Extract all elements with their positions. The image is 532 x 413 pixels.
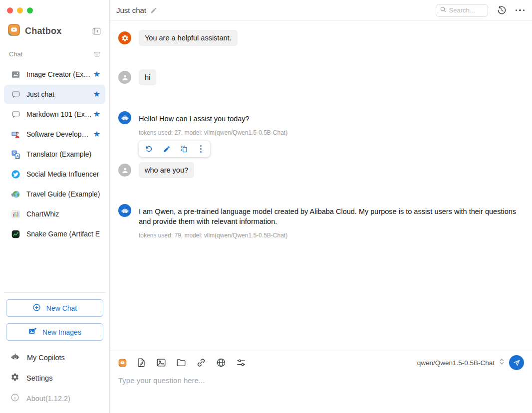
settings-label: Settings	[26, 374, 52, 382]
search-box[interactable]	[436, 4, 488, 17]
search-input[interactable]	[449, 6, 484, 14]
copy-icon[interactable]	[180, 145, 188, 153]
my-copilots-label: My Copilots	[27, 354, 65, 362]
new-images-label: New Images	[42, 328, 81, 336]
sidebar-item-my-copilots[interactable]: My Copilots	[0, 347, 109, 368]
gear-icon	[118, 31, 131, 44]
sidebar-item-label: Markdown 101 (Ex…	[26, 110, 92, 118]
sidebar-item-label: Software Develop…	[26, 130, 89, 138]
clear-conversations-icon[interactable]	[93, 50, 101, 58]
minimize-window-button[interactable]	[17, 7, 23, 13]
new-chat-button[interactable]: New Chat	[6, 299, 103, 317]
translator-icon: A	[11, 150, 20, 159]
message-input[interactable]	[118, 376, 524, 385]
attach-document-icon[interactable]	[136, 357, 147, 368]
sidebar-item-label: Image Creator (Ex…	[26, 70, 90, 78]
star-icon[interactable]: ★	[93, 90, 100, 98]
edit-title-icon[interactable]	[150, 7, 157, 14]
message-meta: tokens used: 27, model: vllm(qwen/Qwen1.…	[139, 129, 287, 136]
more-actions-icon[interactable]	[198, 145, 204, 153]
chat-bubble-icon	[11, 90, 20, 99]
assistant-message-content: I am Qwen, a pre-trained language model …	[139, 204, 519, 239]
traffic-lights	[0, 0, 109, 13]
message-assistant: I am Qwen, a pre-trained language model …	[118, 204, 520, 239]
about-label: About(1.12.2)	[26, 395, 70, 403]
sidebar-item-snake-game[interactable]: Snake Game (Artifact E…	[4, 224, 105, 243]
sidebar-item-label: Social Media Influencer …	[26, 170, 100, 178]
new-images-button[interactable]: New Images	[6, 323, 103, 341]
star-icon[interactable]: ★	[93, 130, 100, 138]
sidebar-item-settings[interactable]: Settings	[0, 368, 109, 388]
sidebar-item-image-creator[interactable]: Image Creator (Ex… ★	[4, 65, 105, 84]
settings-sliders-icon[interactable]	[236, 357, 247, 368]
sidebar-item-software-developer[interactable]: Software Develop… ★	[4, 125, 105, 144]
chevron-up-down-icon[interactable]	[499, 357, 505, 368]
page-title: Just chat	[116, 6, 146, 14]
composer: qwen/Qwen1.5-0.5B-Chat	[110, 351, 532, 413]
web-browsing-icon[interactable]	[216, 357, 227, 368]
maximize-window-button[interactable]	[27, 7, 33, 13]
sidebar-item-markdown-101[interactable]: Markdown 101 (Ex… ★	[4, 105, 105, 124]
robot-icon	[118, 204, 131, 217]
message-assistant: Hello! How can I assist you today? token…	[118, 111, 520, 157]
sidebar-item-label: Snake Game (Artifact E…	[26, 230, 100, 238]
snake-game-icon	[11, 229, 20, 239]
chat-bubble-icon	[11, 110, 20, 119]
message-meta: tokens used: 79, model: vllm(qwen/Qwen1.…	[139, 232, 287, 239]
gear-icon	[10, 373, 19, 383]
chatbox-window: Chatbox Chat Image Creator (Ex… ★	[0, 0, 532, 413]
regenerate-icon[interactable]	[145, 145, 153, 153]
chatbox-logo-icon	[7, 23, 20, 38]
new-image-icon	[28, 327, 37, 337]
star-icon[interactable]: ★	[93, 110, 100, 118]
message-toolbar	[139, 141, 210, 157]
search-icon	[440, 6, 447, 15]
info-icon	[10, 393, 19, 404]
user-message-bubble: hi	[139, 69, 156, 85]
assistant-message-text: Hello! How can I assist you today?	[139, 111, 250, 124]
composer-right: qwen/Qwen1.5-0.5B-Chat	[417, 355, 524, 370]
message-system: You are a helpful assistant.	[118, 30, 520, 46]
sidebar-item-travel-guide[interactable]: Travel Guide (Example)	[4, 185, 105, 204]
image-icon	[11, 70, 20, 79]
sidebar-item-just-chat[interactable]: Just chat ★	[4, 85, 105, 104]
chat-section-label: Chat	[9, 50, 22, 58]
composer-toolbar: qwen/Qwen1.5-0.5B-Chat	[118, 356, 524, 370]
star-icon[interactable]: ★	[93, 70, 100, 78]
assistant-message-content: Hello! How can I assist you today? token…	[139, 111, 287, 157]
sidebar-bottom-pad	[0, 409, 109, 413]
sidebar-item-chartwhiz[interactable]: ChartWhiz	[4, 205, 105, 223]
chatbox-logo-icon[interactable]	[118, 359, 127, 367]
message-user: who are you?	[118, 162, 520, 178]
assistant-message-text: I am Qwen, a pre-trained language model …	[139, 204, 519, 226]
collapse-sidebar-icon[interactable]	[92, 26, 101, 36]
message-user: hi	[118, 69, 520, 85]
composer-input-row	[118, 376, 524, 385]
close-window-button[interactable]	[7, 7, 13, 13]
app-brand: Chatbox	[0, 13, 109, 38]
sidebar-item-translator[interactable]: A Translator (Example)	[4, 145, 105, 164]
chat-header: Just chat	[110, 0, 532, 21]
attach-link-icon[interactable]	[196, 357, 207, 368]
sidebar-item-label: Just chat	[26, 90, 54, 98]
main-panel: Just chat	[110, 0, 532, 413]
sidebar-item-about[interactable]: About(1.12.2)	[0, 388, 109, 409]
attach-folder-icon[interactable]	[176, 357, 187, 368]
sidebar-item-label: Travel Guide (Example)	[26, 190, 100, 198]
sidebar-item-label: ChartWhiz	[26, 210, 59, 218]
sidebar-item-social-media-influencer[interactable]: Social Media Influencer …	[4, 165, 105, 184]
person-icon	[118, 164, 131, 177]
attach-image-icon[interactable]	[156, 357, 167, 368]
send-button[interactable]	[509, 355, 524, 370]
sidebar: Chatbox Chat Image Creator (Ex… ★	[0, 0, 110, 413]
edit-icon[interactable]	[163, 145, 171, 153]
user-message-bubble: who are you?	[139, 162, 194, 178]
history-icon[interactable]	[497, 5, 507, 15]
header-actions	[436, 4, 525, 17]
robot-icon	[118, 111, 131, 124]
person-icon	[118, 71, 131, 84]
model-selector[interactable]: qwen/Qwen1.5-0.5B-Chat	[417, 359, 495, 367]
sidebar-divider	[3, 292, 106, 293]
message-list: You are a helpful assistant. hi Hello! H…	[110, 21, 532, 351]
more-options-icon[interactable]	[516, 9, 525, 11]
